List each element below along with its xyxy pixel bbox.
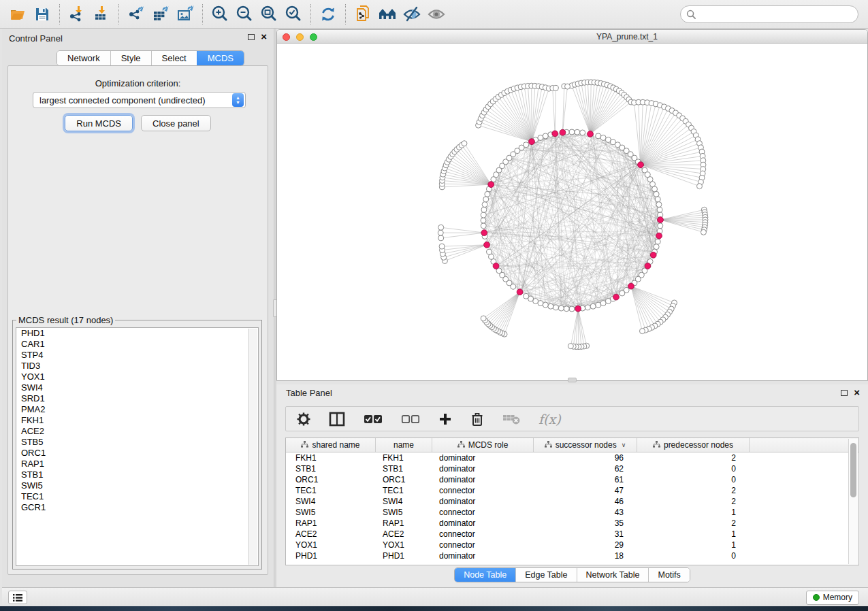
task-history-button[interactable]	[8, 591, 27, 604]
import-table-button[interactable]	[89, 3, 114, 26]
memory-label: Memory	[823, 593, 852, 602]
zoom-fit-icon	[259, 5, 278, 24]
mcds-result-item[interactable]: STP4	[16, 350, 258, 361]
export-table-icon	[152, 5, 170, 23]
desktop-wallpaper-bottom	[0, 606, 868, 611]
column-header-successor-nodes[interactable]: successor nodes∨	[534, 438, 637, 452]
tab-mcds[interactable]: MCDS	[197, 51, 244, 65]
memory-button[interactable]: Memory	[806, 591, 859, 605]
run-mcds-button[interactable]: Run MCDS	[65, 115, 133, 131]
network-table-divider-grip[interactable]	[568, 378, 577, 382]
mcds-result-item[interactable]: FKH1	[16, 415, 258, 426]
open-folder-button[interactable]	[5, 3, 30, 26]
tab-network[interactable]: Network	[57, 51, 110, 65]
tab-motifs[interactable]: Motifs	[648, 568, 689, 582]
save-button[interactable]	[30, 3, 54, 26]
table-cell: 31	[534, 529, 637, 540]
export-network-button[interactable]	[124, 3, 148, 26]
tab-edge-table[interactable]: Edge Table	[515, 568, 576, 582]
table-row[interactable]: SWI5SWI5connector431	[286, 507, 858, 518]
table-header-row: shared namenameMCDS rolesuccessor nodes∨…	[286, 438, 858, 452]
close-table-panel-icon[interactable]: ×	[854, 389, 860, 396]
mcds-result-item[interactable]: SRD1	[16, 393, 258, 404]
first-neighbors-button[interactable]	[375, 3, 400, 26]
table-row[interactable]: FKH1FKH1dominator962	[286, 452, 858, 463]
mcds-result-item[interactable]: SWI5	[16, 480, 258, 491]
mcds-result-item[interactable]: SWI4	[16, 382, 258, 393]
optimization-criterion-select[interactable]: largest connected component (undirected)…	[33, 92, 246, 108]
mcds-result-item[interactable]: GCR1	[16, 502, 258, 513]
tab-style[interactable]: Style	[110, 51, 151, 65]
network-graph[interactable]	[277, 44, 867, 380]
mcds-result-item[interactable]: TEC1	[16, 491, 258, 502]
zoom-in-button[interactable]	[208, 3, 232, 26]
float-panel-icon[interactable]	[248, 34, 255, 40]
table-cell: 47	[534, 485, 637, 496]
mcds-result-item[interactable]: STB5	[16, 437, 258, 448]
optimization-criterion-label: Optimization criterion:	[8, 78, 268, 88]
cytoscape-app: Control Panel × Network Style Select MCD…	[0, 0, 868, 606]
mcds-result-item[interactable]: TID3	[16, 361, 258, 371]
deselect-all-checkboxes-icon[interactable]	[401, 414, 420, 424]
table-cell: STB1	[376, 463, 432, 474]
mcds-result-item[interactable]: ACE2	[16, 426, 258, 437]
search-input[interactable]	[700, 7, 858, 21]
toolbar-separator	[310, 4, 311, 24]
mcds-tab-pane: Optimization criterion: largest connecte…	[7, 65, 268, 575]
close-panel-button[interactable]: Close panel	[141, 115, 211, 131]
table-row[interactable]: PHD1PHD1dominator180	[286, 550, 858, 561]
mcds-result-item[interactable]: STB1	[16, 469, 258, 480]
delete-column-icon[interactable]	[470, 412, 484, 427]
select-all-checkboxes-icon[interactable]	[364, 414, 383, 424]
mcds-result-item[interactable]: YOX1	[16, 371, 258, 382]
export-image-button[interactable]	[173, 3, 197, 26]
column-header-MCDS-role[interactable]: MCDS role	[432, 438, 534, 452]
mcds-result-item[interactable]: CAR1	[16, 339, 258, 350]
new-network-from-selection-button[interactable]	[351, 3, 375, 26]
zoom-out-button[interactable]	[232, 3, 257, 26]
zoom-fit-button[interactable]	[257, 3, 281, 26]
column-header-name[interactable]: name	[376, 438, 432, 452]
close-panel-icon[interactable]: ×	[261, 33, 267, 40]
float-table-panel-icon[interactable]	[841, 390, 848, 396]
table-cell: 35	[534, 518, 637, 529]
table-cell: PHD1	[376, 550, 432, 561]
network-canvas[interactable]	[277, 44, 867, 380]
table-cell: ACE2	[376, 529, 432, 540]
gear-icon[interactable]	[297, 412, 310, 426]
tab-select[interactable]: Select	[151, 51, 197, 65]
column-header-predecessor-nodes[interactable]: predecessor nodes	[637, 438, 750, 452]
zoom-selected-button[interactable]	[281, 3, 306, 26]
table-row[interactable]: YOX1YOX1connector291	[286, 540, 858, 550]
hide-selected-button[interactable]	[400, 3, 424, 26]
mcds-list-scrollbar[interactable]	[248, 329, 257, 565]
table-row[interactable]: ACE2ACE2connector311	[286, 529, 858, 540]
maximize-window-button[interactable]	[310, 33, 317, 41]
table-scrollbar-thumb[interactable]	[850, 443, 856, 497]
tab-node-table[interactable]: Node Table	[455, 568, 515, 582]
zoom-selected-icon	[284, 5, 303, 24]
table-row[interactable]: ORC1ORC1dominator610	[286, 474, 858, 485]
table-row[interactable]: RAP1RAP1dominator352	[286, 518, 858, 529]
tab-network-table[interactable]: Network Table	[577, 568, 649, 582]
mcds-result-item[interactable]: ORC1	[16, 448, 258, 459]
mcds-result-item[interactable]: PMA2	[16, 404, 258, 415]
import-network-button[interactable]	[65, 3, 89, 26]
node-table: shared namenameMCDS rolesuccessor nodes∨…	[285, 437, 859, 565]
table-row[interactable]: SWI4SWI4dominator462	[286, 496, 858, 507]
show-all-button[interactable]	[424, 3, 449, 26]
close-window-button[interactable]	[283, 33, 290, 41]
table-row[interactable]: TEC1TEC1connector472	[286, 485, 858, 496]
mcds-result-item[interactable]: RAP1	[16, 459, 258, 469]
columns-icon[interactable]	[329, 412, 345, 427]
table-row[interactable]: STB1STB1dominator620	[286, 463, 858, 474]
table-scrollbar[interactable]	[848, 439, 858, 564]
refresh-button[interactable]	[316, 3, 340, 26]
add-column-icon[interactable]	[438, 412, 452, 426]
minimize-window-button[interactable]	[296, 33, 304, 41]
zoom-out-icon	[235, 5, 254, 24]
column-header-shared-name[interactable]: shared name	[286, 438, 376, 452]
export-table-button[interactable]	[148, 3, 173, 26]
mcds-result-item[interactable]: PHD1	[16, 328, 258, 339]
table-cell: YOX1	[286, 540, 376, 550]
